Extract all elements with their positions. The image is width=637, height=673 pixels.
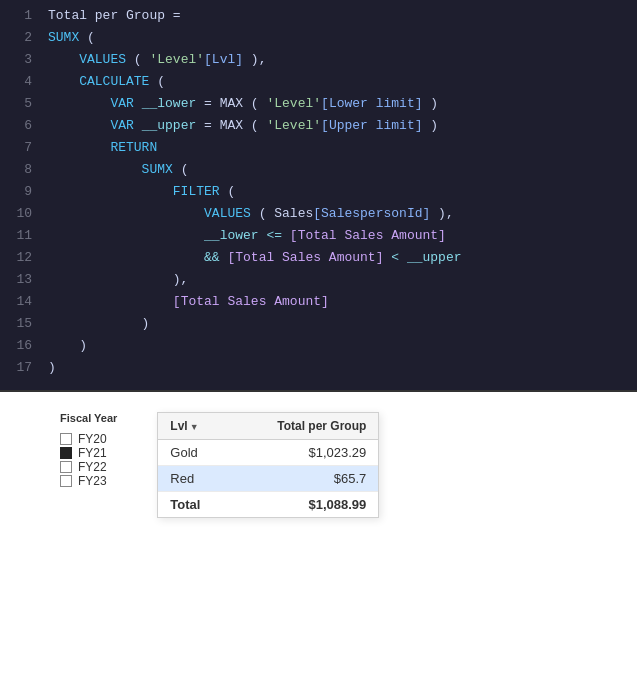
- line-number: 12: [8, 250, 32, 265]
- code-content: ): [48, 360, 56, 375]
- table-header-row: Lvl▼Total per Group: [158, 413, 378, 440]
- legend-label: FY21: [78, 446, 107, 460]
- code-line: 7 RETURN: [0, 140, 637, 162]
- code-line: 10 VALUES ( Sales[SalespersonId] ),: [0, 206, 637, 228]
- table-cell: Total: [158, 492, 229, 518]
- line-number: 8: [8, 162, 32, 177]
- code-line: 15 ): [0, 316, 637, 338]
- legend-title: Fiscal Year: [60, 412, 117, 424]
- code-content: && [Total Sales Amount] < __upper: [48, 250, 461, 265]
- code-content: ): [48, 338, 87, 353]
- line-number: 5: [8, 96, 32, 111]
- code-editor: 1Total per Group =2SUMX (3 VALUES ( 'Lev…: [0, 0, 637, 392]
- line-number: 17: [8, 360, 32, 375]
- code-line: 6 VAR __upper = MAX ( 'Level'[Upper limi…: [0, 118, 637, 140]
- table-cell: $1,088.99: [229, 492, 378, 518]
- legend-checkbox[interactable]: [60, 461, 72, 473]
- code-line: 2SUMX (: [0, 30, 637, 52]
- code-content: SUMX (: [48, 162, 188, 177]
- line-number: 6: [8, 118, 32, 133]
- legend-label: FY22: [78, 460, 107, 474]
- code-content: ),: [48, 272, 188, 287]
- code-content: VALUES ( Sales[SalespersonId] ),: [48, 206, 454, 221]
- code-line: 16 ): [0, 338, 637, 360]
- code-content: Total per Group =: [48, 8, 181, 23]
- table-cell: $1,023.29: [229, 440, 378, 466]
- table-column-header: Total per Group: [229, 413, 378, 440]
- legend-checkbox[interactable]: [60, 433, 72, 445]
- legend-item[interactable]: FY20: [60, 432, 117, 446]
- code-content: [Total Sales Amount]: [48, 294, 329, 309]
- table-cell: Gold: [158, 440, 229, 466]
- line-number: 2: [8, 30, 32, 45]
- line-number: 7: [8, 140, 32, 155]
- code-line: 12 && [Total Sales Amount] < __upper: [0, 250, 637, 272]
- legend-checkbox[interactable]: [60, 447, 72, 459]
- code-content: CALCULATE (: [48, 74, 165, 89]
- code-line: 9 FILTER (: [0, 184, 637, 206]
- table-column-header: Lvl▼: [158, 413, 229, 440]
- line-number: 15: [8, 316, 32, 331]
- code-line: 3 VALUES ( 'Level'[Lvl] ),: [0, 52, 637, 74]
- bottom-section: Fiscal Year FY20FY21FY22FY23 Lvl▼Total p…: [0, 392, 637, 538]
- code-content: __lower <= [Total Sales Amount]: [48, 228, 446, 243]
- legend-item[interactable]: FY22: [60, 460, 117, 474]
- line-number: 16: [8, 338, 32, 353]
- sort-arrow[interactable]: ▼: [190, 422, 199, 432]
- legend-label: FY20: [78, 432, 107, 446]
- legend-checkbox[interactable]: [60, 475, 72, 487]
- code-line: 11 __lower <= [Total Sales Amount]: [0, 228, 637, 250]
- table-cell: $65.7: [229, 466, 378, 492]
- line-number: 10: [8, 206, 32, 221]
- code-content: VAR __upper = MAX ( 'Level'[Upper limit]…: [48, 118, 438, 133]
- code-line: 4 CALCULATE (: [0, 74, 637, 96]
- code-line: 17): [0, 360, 637, 382]
- data-table-wrapper: Lvl▼Total per Group Gold$1,023.29Red$65.…: [157, 412, 379, 518]
- line-number: 13: [8, 272, 32, 287]
- table-row: Red$65.7: [158, 466, 378, 492]
- code-content: RETURN: [48, 140, 157, 155]
- code-line: 5 VAR __lower = MAX ( 'Level'[Lower limi…: [0, 96, 637, 118]
- code-content: VALUES ( 'Level'[Lvl] ),: [48, 52, 266, 67]
- code-line: 14 [Total Sales Amount]: [0, 294, 637, 316]
- code-line: 8 SUMX (: [0, 162, 637, 184]
- table-cell: Red: [158, 466, 229, 492]
- data-table: Lvl▼Total per Group Gold$1,023.29Red$65.…: [158, 413, 378, 517]
- legend-item[interactable]: FY21: [60, 446, 117, 460]
- legend-label: FY23: [78, 474, 107, 488]
- line-number: 3: [8, 52, 32, 67]
- code-line: 13 ),: [0, 272, 637, 294]
- code-line: 1Total per Group =: [0, 8, 637, 30]
- table-row: Gold$1,023.29: [158, 440, 378, 466]
- legend-item[interactable]: FY23: [60, 474, 117, 488]
- line-number: 4: [8, 74, 32, 89]
- fiscal-year-legend: Fiscal Year FY20FY21FY22FY23: [60, 412, 117, 488]
- line-number: 1: [8, 8, 32, 23]
- line-number: 11: [8, 228, 32, 243]
- code-content: ): [48, 316, 149, 331]
- line-number: 14: [8, 294, 32, 309]
- code-content: FILTER (: [48, 184, 235, 199]
- code-content: VAR __lower = MAX ( 'Level'[Lower limit]…: [48, 96, 438, 111]
- line-number: 9: [8, 184, 32, 199]
- table-total-row: Total$1,088.99: [158, 492, 378, 518]
- code-content: SUMX (: [48, 30, 95, 45]
